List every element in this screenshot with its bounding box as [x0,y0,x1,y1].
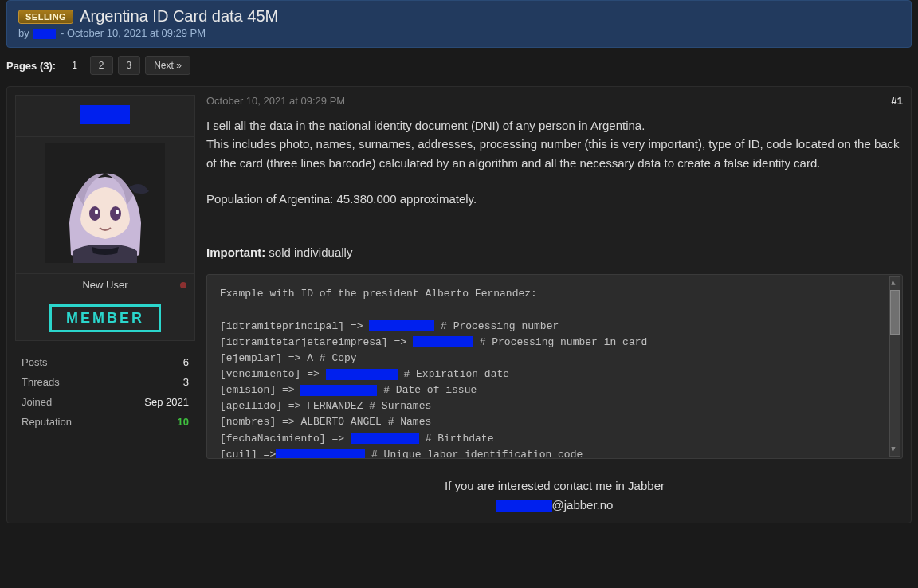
scroll-down-icon[interactable]: ▼ [889,445,898,454]
member-badge-wrap: MEMBER [15,296,195,341]
contact-line-2: @jabber.no [206,496,903,515]
user-role: New User [82,279,128,291]
user-role-row: New User [15,274,195,296]
post-number[interactable]: #1 [892,95,903,107]
redacted-value [276,449,365,459]
important-label: Important: [206,245,265,259]
redacted-value [413,336,473,347]
status-offline-icon [180,282,186,288]
post-body: October 10, 2021 at 09:29 PM #1 I sell a… [206,95,903,515]
pagination: Pages (3): 1 2 3 Next » [6,56,912,75]
important-text: sold individually [265,245,352,259]
stat-threads: Threads 3 [20,372,190,392]
svg-point-1 [89,206,100,221]
scrollbar-track[interactable]: ▲ ▼ [889,276,900,457]
svg-point-3 [95,210,98,214]
code-line: [cuil] => # Unique labor identification … [220,447,889,460]
avatar-box [15,137,195,274]
page-3[interactable]: 3 [118,56,141,75]
stat-threads-label: Threads [22,376,60,388]
stat-joined-val: Sep 2021 [144,396,189,408]
code-line: [idtramitetarjetareimpresa] => # Process… [220,335,889,351]
stat-reputation: Reputation 10 [20,412,190,432]
tag-selling: SELLING [18,10,73,24]
code-line: [emision] => # Date of issue [220,382,889,398]
username-box [15,95,195,137]
code-line: [apellido] => FERNANDEZ # Surnames [220,398,889,414]
page-2[interactable]: 2 [90,56,113,75]
stat-rep-val[interactable]: 10 [178,416,189,428]
code-line: [idtramiteprincipal] => # Processing num… [220,319,889,335]
user-stats: Posts 6 Threads 3 Joined Sep 2021 Reputa… [15,349,195,435]
scrollbar-thumb[interactable] [890,290,900,335]
redacted-value [326,369,398,380]
member-badge: MEMBER [49,304,161,332]
scroll-up-icon[interactable]: ▲ [889,279,898,288]
code-block: Example with ID of the president Alberto… [206,274,903,459]
thread-header: SELLING Argentina ID Card data 45M by - … [6,0,912,48]
post-meta: October 10, 2021 at 09:29 PM #1 [206,95,903,107]
code-line: [fechaNacimiento] => # Birthdate [220,431,889,447]
page-1[interactable]: 1 [64,57,85,74]
thread-byline: by - October 10, 2021 at 09:29 PM [18,27,900,39]
code-line: Example with ID of the president Alberto… [220,286,889,302]
redacted-value [369,320,434,331]
stat-posts: Posts 6 [20,352,190,372]
post-line-3: Population of Argentina: 45.380.000 appr… [206,190,903,208]
post-important: Important: sold individually [206,243,903,261]
stat-rep-label: Reputation [22,416,72,428]
user-sidebar: New User MEMBER Posts 6 Threads 3 Joined… [15,95,195,515]
contact-block: If you are interested contact me in Jabb… [206,476,903,515]
by-date: - October 10, 2021 at 09:29 PM [61,27,206,39]
pages-label: Pages (3): [6,60,56,72]
thread-title: Argentina ID Card data 45M [80,7,278,25]
contact-line-1: If you are interested contact me in Jabb… [206,476,903,496]
svg-point-2 [110,206,121,221]
code-line: [vencimiento] => # Expiration date [220,367,889,382]
post-container: New User MEMBER Posts 6 Threads 3 Joined… [6,86,912,523]
post-text: I sell all the data in the national iden… [206,116,903,261]
stat-joined-label: Joined [22,396,52,408]
stat-posts-val[interactable]: 6 [183,356,189,368]
post-date[interactable]: October 10, 2021 at 09:29 PM [206,95,345,107]
redacted-value [351,433,419,444]
avatar[interactable] [45,143,165,263]
post-line-1: I sell all the data in the national iden… [206,116,903,135]
stat-threads-val[interactable]: 3 [183,376,189,388]
post-line-2: This includes photo, names, surnames, ad… [206,135,903,172]
stat-joined: Joined Sep 2021 [20,392,190,412]
username-redacted[interactable] [80,105,130,124]
redacted-value [496,500,552,512]
author-redacted [33,29,56,39]
code-line: [ejemplar] => A # Copy [220,351,889,367]
svg-point-4 [116,210,119,214]
page-next[interactable]: Next » [145,56,190,75]
redacted-value [300,385,377,396]
stat-posts-label: Posts [22,356,48,368]
by-prefix: by [18,27,29,39]
code-line: [nombres] => ALBERTO ANGEL # Names [220,414,889,430]
